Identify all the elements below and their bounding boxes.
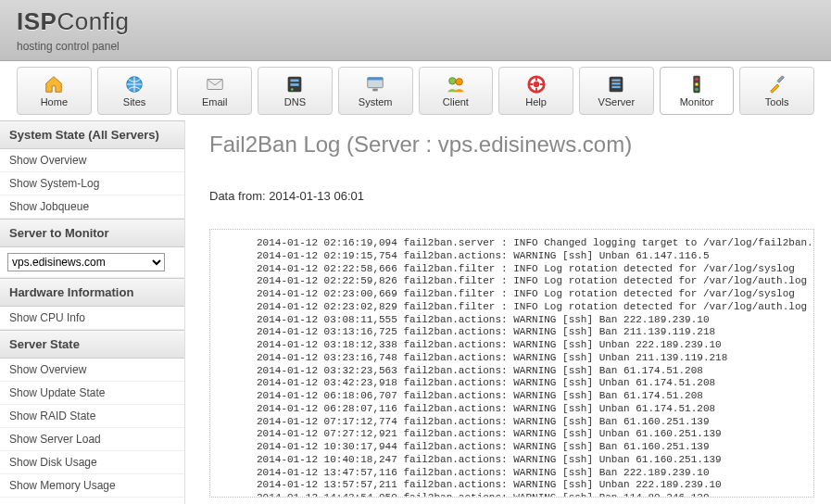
tab-label: Home: [41, 96, 68, 107]
sidebar: System State (All Servers) Show Overview…: [0, 120, 185, 504]
sidebar-item-sidebar.server_state.items-4[interactable]: Show Disk Usage: [0, 451, 184, 474]
sidebar-item-sidebar.server_state.items-6[interactable]: Show Services: [0, 498, 184, 504]
brand-suffix: Config: [57, 7, 129, 35]
dns-icon: [283, 74, 307, 94]
sites-icon: [122, 74, 146, 94]
sidebar-item-sidebar.server_state.items-0[interactable]: Show Overview: [0, 359, 184, 382]
sidebar-item-sidebar.hardware_info.items-0[interactable]: Show CPU Info: [0, 307, 184, 330]
tab-label: Monitor: [680, 96, 714, 107]
server-select-wrap: vps.edisinews.com: [0, 247, 184, 278]
sidebar-section-server-state: Server State: [0, 330, 184, 359]
sidebar-item-sidebar.system_state.items-2[interactable]: Show Jobqueue: [0, 195, 184, 219]
sidebar-section-server-to-monitor: Server to Monitor: [0, 219, 184, 247]
vserver-icon: [604, 74, 628, 94]
client-icon: [444, 74, 468, 94]
server-select[interactable]: vps.edisinews.com: [7, 253, 165, 271]
sidebar-item-sidebar.system_state.items-0[interactable]: Show Overview: [0, 149, 184, 172]
tab-label: VServer: [598, 96, 635, 107]
brand-prefix: ISP: [17, 7, 57, 35]
email-icon: [203, 74, 227, 94]
home-icon: [42, 74, 66, 94]
tab-client[interactable]: Client: [419, 67, 494, 115]
help-icon: [524, 74, 548, 94]
brand-tagline: hosting control panel: [17, 40, 814, 53]
system-icon: [363, 74, 387, 94]
log-output[interactable]: 2014-01-12 02:16:19,094 fail2ban.server …: [209, 229, 814, 498]
header: ISPConfig hosting control panel: [0, 0, 831, 61]
page-title: Fail2Ban Log (Server : vps.edisinews.com…: [209, 132, 814, 158]
tab-label: DNS: [284, 96, 306, 107]
sidebar-item-sidebar.server_state.items-2[interactable]: Show RAID State: [0, 405, 184, 428]
tab-label: System: [359, 96, 393, 107]
data-from-label: Data from:: [209, 189, 266, 203]
tab-label: Client: [443, 96, 469, 107]
tab-system[interactable]: System: [338, 67, 413, 115]
sidebar-section-hardware-info: Hardware Information: [0, 278, 184, 307]
data-from: Data from: 2014-01-13 06:01: [209, 189, 814, 203]
tab-label: Tools: [765, 96, 789, 107]
tab-sites[interactable]: Sites: [97, 67, 172, 115]
top-tabs: HomeSitesEmailDNSSystemClientHelpVServer…: [0, 61, 831, 120]
data-from-value: 2014-01-13 06:01: [269, 189, 364, 203]
sidebar-item-sidebar.server_state.items-5[interactable]: Show Memory Usage: [0, 474, 184, 498]
main-content: Fail2Ban Log (Server : vps.edisinews.com…: [185, 120, 831, 504]
tab-email[interactable]: Email: [177, 67, 252, 115]
tab-help[interactable]: Help: [498, 67, 573, 115]
tab-tools[interactable]: Tools: [739, 67, 814, 115]
tools-icon: [765, 74, 789, 94]
tab-label: Sites: [123, 96, 145, 107]
tab-dns[interactable]: DNS: [258, 67, 333, 115]
sidebar-item-sidebar.server_state.items-1[interactable]: Show Update State: [0, 382, 184, 405]
tab-label: Email: [202, 96, 228, 107]
sidebar-item-sidebar.system_state.items-1[interactable]: Show System-Log: [0, 172, 184, 195]
brand-logo: ISPConfig: [17, 7, 814, 36]
monitor-icon: [685, 74, 709, 94]
tab-monitor[interactable]: Monitor: [660, 67, 735, 115]
sidebar-section-system-state: System State (All Servers): [0, 120, 184, 149]
tab-label: Help: [525, 96, 547, 107]
tab-home[interactable]: Home: [17, 67, 92, 115]
sidebar-item-sidebar.server_state.items-3[interactable]: Show Server Load: [0, 428, 184, 451]
tab-vserver[interactable]: VServer: [579, 67, 654, 115]
